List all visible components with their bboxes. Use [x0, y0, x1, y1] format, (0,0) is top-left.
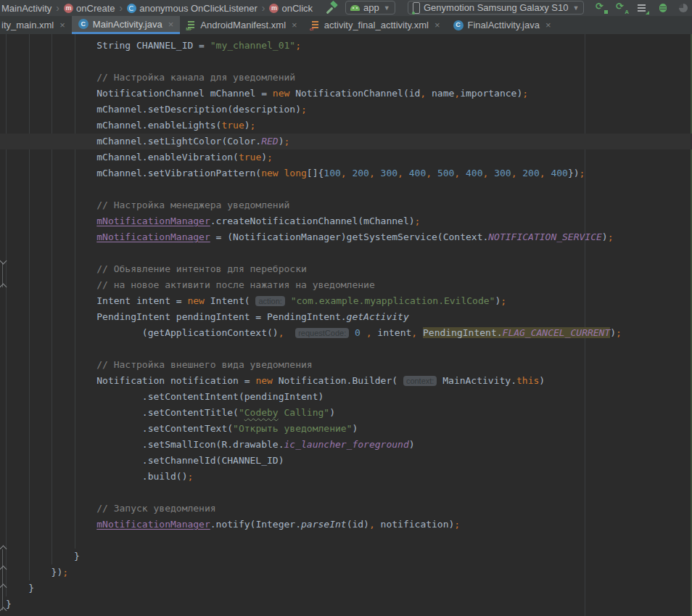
- close-icon[interactable]: ×: [545, 20, 551, 30]
- code-lines: String CHANNEL_ID = "my_channel_01"; // …: [0, 34, 692, 612]
- device-select[interactable]: Genymotion Samsung Galaxy S10 ▼: [408, 1, 584, 15]
- breadcrumb-anonymous-class[interactable]: anonymous OnClickListener: [127, 3, 258, 14]
- breadcrumb-separator-icon: ›: [56, 2, 59, 14]
- breadcrumb-separator-icon: ›: [120, 2, 123, 14]
- method-icon: m: [269, 4, 279, 13]
- tab-activity-final-acttivity-xml[interactable]: cf activity_final_acttivity.xml ×: [304, 16, 447, 34]
- breadcrumb-oncreate[interactable]: m onCreate: [64, 3, 115, 14]
- device-label: Genymotion Samsung Galaxy S10: [424, 2, 568, 13]
- run-configuration-label: app: [363, 2, 379, 13]
- chevron-down-icon: ▼: [384, 4, 390, 12]
- breadcrumb-label: onCreate: [76, 3, 115, 14]
- device-phone-icon: [413, 2, 420, 14]
- close-icon[interactable]: ×: [434, 20, 440, 30]
- android-icon: [350, 5, 360, 11]
- debug-icon[interactable]: [657, 2, 670, 15]
- tab-finalacttivity-java[interactable]: C FinalActtivity.java ×: [447, 16, 558, 34]
- close-icon[interactable]: ×: [292, 20, 297, 30]
- apply-changes-restart-icon[interactable]: ⟳: [596, 2, 609, 15]
- manifest-file-icon: MF: [186, 20, 196, 30]
- tab-label: activity_final_acttivity.xml: [324, 20, 429, 30]
- method-icon: m: [64, 4, 73, 13]
- run-configuration-select[interactable]: app ▼: [345, 1, 395, 15]
- code-editor[interactable]: String CHANNEL_ID = "my_channel_01"; // …: [0, 34, 692, 616]
- breadcrumb-label: anonymous OnClickListener: [139, 3, 258, 14]
- breadcrumb: MainActivity › m onCreate › anonymous On…: [1, 0, 313, 16]
- chevron-down-icon: ▼: [572, 4, 579, 12]
- tab-mainactivity-java[interactable]: C MainActivity.java ×: [72, 16, 180, 34]
- java-class-icon: C: [453, 20, 464, 30]
- breadcrumb-onclick[interactable]: m onClick: [269, 3, 313, 14]
- tab-label: MainActivity.java: [93, 19, 162, 30]
- android-studio-window: { "toolbar": { "breadcrumbs": [ {"label"…: [0, 0, 692, 616]
- breadcrumb-separator-icon: ›: [262, 2, 265, 14]
- java-class-icon: C: [78, 19, 88, 29]
- breadcrumb-label: onClick: [281, 3, 313, 14]
- tab-androidmanifest-xml[interactable]: MF AndroidManifest.xml ×: [180, 16, 303, 34]
- toolbar-actions: ⟳ ⟳A: [596, 1, 690, 15]
- close-icon[interactable]: ×: [59, 20, 65, 30]
- tab-label: AndroidManifest.xml: [200, 20, 286, 30]
- tab-activity-main-xml[interactable]: ity_main.xml ×: [0, 16, 72, 34]
- breadcrumb-label: MainActivity: [1, 3, 52, 14]
- build-hammer-icon[interactable]: [326, 1, 339, 15]
- tab-label: FinalActtivity.java: [468, 20, 540, 30]
- breadcrumb-class[interactable]: MainActivity: [1, 3, 52, 14]
- layout-xml-file-icon: cf: [310, 20, 320, 30]
- profiler-icon[interactable]: [677, 2, 690, 15]
- close-icon[interactable]: ×: [168, 19, 174, 30]
- coverage-icon[interactable]: [637, 2, 649, 15]
- editor-tab-bar: ity_main.xml × C MainActivity.java × MF …: [0, 16, 692, 34]
- anonymous-class-icon: [127, 4, 136, 13]
- apply-code-changes-icon[interactable]: ⟳A: [617, 2, 629, 15]
- main-toolbar: MainActivity › m onCreate › anonymous On…: [0, 0, 692, 16]
- tab-label: ity_main.xml: [1, 20, 54, 30]
